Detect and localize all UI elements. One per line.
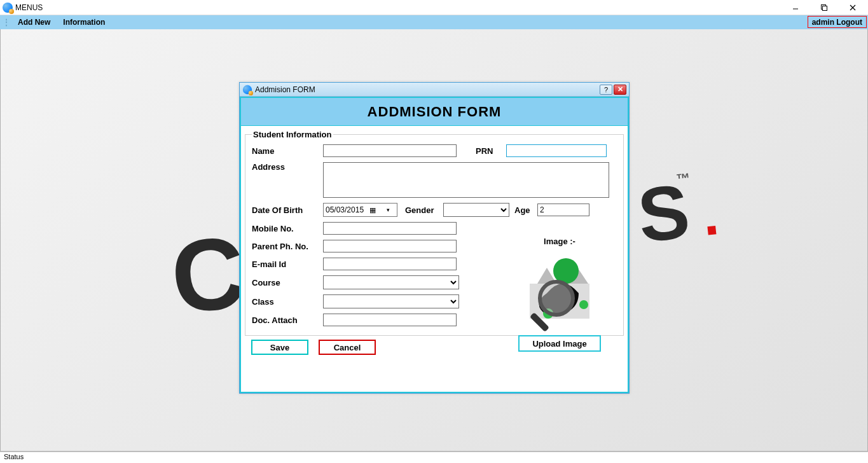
mdi-client: C O N S . ™ Addmision FORM ? ✕ ADDMISION…	[0, 29, 868, 452]
mobile-input[interactable]	[323, 222, 457, 235]
svg-text:.: .	[699, 183, 721, 247]
menu-information[interactable]: Information	[57, 18, 111, 27]
name-input[interactable]	[323, 144, 457, 157]
child-app-icon	[243, 85, 252, 93]
svg-text:™: ™	[675, 170, 691, 187]
menu-add-new[interactable]: Add New	[11, 18, 57, 27]
svg-text:S: S	[634, 168, 694, 258]
label-doc-attach: Doc. Attach	[252, 315, 323, 325]
minimize-button[interactable]	[781, 1, 809, 15]
maximize-button[interactable]	[809, 1, 838, 15]
svg-point-14	[553, 258, 579, 284]
label-prn: PRN	[476, 146, 506, 156]
main-titlebar: MENUS	[0, 0, 868, 15]
save-button[interactable]: Save	[251, 340, 308, 355]
label-name: Name	[252, 146, 323, 156]
menubar: ⋮ Add New Information admin Logout	[0, 15, 868, 29]
image-panel: Image :- Upload Image	[512, 237, 607, 352]
label-age: Age	[514, 205, 537, 215]
label-gender: Gender	[405, 205, 443, 215]
label-address: Address	[252, 162, 323, 172]
calendar-icon[interactable]: ▦	[366, 206, 379, 214]
label-class: Class	[252, 297, 323, 307]
form-body: ADDMISION FORM Student Information Name …	[240, 97, 629, 393]
svg-rect-2	[822, 6, 827, 10]
child-window-title: Addmision FORM	[255, 85, 315, 94]
form-banner: ADDMISION FORM	[241, 98, 628, 126]
svg-point-16	[579, 300, 588, 309]
window-title: MENUS	[15, 3, 43, 12]
class-select[interactable]	[323, 294, 459, 308]
prn-input[interactable]	[506, 144, 607, 157]
close-button[interactable]	[838, 1, 867, 15]
age-input[interactable]	[537, 204, 589, 216]
label-dob: Date Of Birth	[252, 205, 323, 215]
label-email: E-mail Id	[252, 259, 323, 269]
app-icon	[3, 3, 13, 13]
child-close-button[interactable]: ✕	[614, 85, 626, 95]
child-titlebar[interactable]: Addmision FORM ? ✕	[240, 83, 629, 97]
svg-point-17	[540, 282, 573, 315]
label-image: Image :-	[512, 237, 607, 246]
course-select[interactable]	[323, 275, 459, 289]
parent-phone-input[interactable]	[323, 240, 457, 252]
label-parent-ph: Parent Ph. No.	[252, 242, 323, 251]
gender-select[interactable]	[443, 203, 509, 217]
label-mobile: Mobile No.	[252, 224, 323, 233]
cancel-button[interactable]: Cancel	[319, 340, 376, 355]
image-placeholder	[518, 249, 601, 331]
upload-image-button[interactable]: Upload Image	[518, 335, 601, 352]
chevron-down-icon[interactable]: ▾	[382, 207, 395, 213]
status-text: Status	[4, 453, 24, 460]
email-input[interactable]	[323, 258, 457, 270]
admission-form-window: Addmision FORM ? ✕ ADDMISION FORM Studen…	[239, 82, 630, 394]
address-textarea[interactable]	[323, 162, 609, 198]
statusbar: Status	[0, 452, 868, 463]
doc-attach-input[interactable]	[323, 314, 457, 326]
logout-button[interactable]: admin Logout	[808, 16, 867, 28]
help-button[interactable]: ?	[600, 85, 612, 95]
label-course: Course	[252, 278, 323, 287]
student-info-legend: Student Information	[252, 130, 333, 139]
dob-value: 05/03/2015	[326, 205, 364, 214]
dob-picker[interactable]: 05/03/2015 ▦ ▾	[323, 203, 397, 217]
